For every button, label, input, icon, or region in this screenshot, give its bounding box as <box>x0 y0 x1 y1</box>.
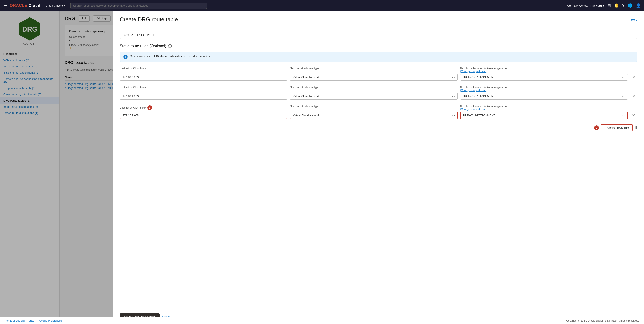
next-hop-attachment-header-3: Next hop attachment in iwanhoogendoorn (… <box>460 105 628 111</box>
destination-cidr-label-3: Destination CIDR block <box>120 106 146 109</box>
console-icon[interactable]: ⊞ <box>608 3 611 8</box>
nav-icons: ⊞ 🔔 ? 🌐 👤 <box>608 3 640 8</box>
modal-body: Static route rules (Optional) i i Maximu… <box>113 26 644 310</box>
chevron-down-icon: ▾ <box>603 4 604 7</box>
attachment-select-wrapper-3: HUB-VCN-ATTACHMENT SPOKE1-VCN-ATTACHMENT… <box>460 112 628 119</box>
attachment-select-3[interactable]: HUB-VCN-ATTACHMENT SPOKE1-VCN-ATTACHMENT… <box>460 112 628 119</box>
rule-3-inputs: Virtual Cloud Network IPSec Tunnel Virtu… <box>120 112 637 119</box>
remove-rule-1-button[interactable]: ✕ <box>630 75 637 80</box>
hamburger-menu-icon[interactable]: ☰ <box>4 3 7 8</box>
globe-icon[interactable]: 🌐 <box>628 3 632 8</box>
destination-cidr-input-3[interactable] <box>120 112 287 119</box>
remove-rule-3-button[interactable]: ✕ <box>630 113 637 118</box>
rule-1-inputs: Virtual Cloud Network IPSec Tunnel Virtu… <box>120 74 637 81</box>
modal-title: Create DRG route table <box>120 16 178 23</box>
static-routes-info-icon[interactable]: i <box>168 44 172 48</box>
attachment-select-2[interactable]: HUB-VCN-ATTACHMENT SPOKE1-VCN-ATTACHMENT… <box>460 93 628 100</box>
terms-link[interactable]: Terms of Use and Privacy <box>5 319 34 322</box>
next-hop-type-select-3[interactable]: Virtual Cloud Network IPSec Tunnel Virtu… <box>290 112 458 119</box>
help-link[interactable]: Help <box>631 18 637 21</box>
remove-rule-2-button[interactable]: ✕ <box>630 94 637 99</box>
next-hop-type-select-wrapper-1: Virtual Cloud Network IPSec Tunnel Virtu… <box>290 74 458 81</box>
destination-cidr-input-2[interactable] <box>120 93 287 100</box>
top-navigation: ☰ ORACLE Cloud Cloud Classic > Germany C… <box>0 0 644 11</box>
copyright-text: Copyright © 2024, Oracle and/or its affi… <box>566 319 639 322</box>
add-rule-actions-row: 2 + Another route rule ⠿ <box>120 124 637 131</box>
route-table-name-input[interactable] <box>120 31 637 39</box>
next-hop-type-label-1: Next hop attachment type <box>290 67 458 70</box>
help-icon[interactable]: ? <box>622 3 624 8</box>
change-compartment-link-2[interactable]: (Change compartment) <box>460 89 628 92</box>
next-hop-type-select-2[interactable]: Virtual Cloud Network IPSec Tunnel Virtu… <box>290 93 458 100</box>
create-drg-route-table-modal: Create DRG route table Help Static route… <box>113 11 644 324</box>
rule-2-inputs: Virtual Cloud Network IPSec Tunnel Virtu… <box>120 93 637 100</box>
destination-cidr-label-2: Destination CIDR block <box>120 86 287 89</box>
next-hop-attachment-header-1: Next hop attachment in iwanhoogendoorn (… <box>460 67 628 73</box>
route-rule-3: Destination CIDR block 1 Next hop attach… <box>120 105 637 119</box>
next-hop-type-label-2: Next hop attachment type <box>290 86 458 89</box>
route-rule-1: Destination CIDR block Next hop attachme… <box>120 67 637 81</box>
oracle-logo: ORACLE Cloud <box>10 3 40 8</box>
attachment-select-wrapper-1: HUB-VCN-ATTACHMENT SPOKE1-VCN-ATTACHMENT… <box>460 74 628 81</box>
info-banner-text: Maximum number of 15 static route rules … <box>130 54 212 58</box>
info-banner: i Maximum number of 15 static route rule… <box>120 52 637 62</box>
next-hop-type-select-1[interactable]: Virtual Cloud Network IPSec Tunnel Virtu… <box>290 74 458 81</box>
next-hop-attachment-header-2: Next hop attachment in iwanhoogendoorn (… <box>460 86 628 92</box>
destination-cidr-label-1: Destination CIDR block <box>120 67 287 70</box>
route-rule-2: Destination CIDR block Next hop attachme… <box>120 86 637 100</box>
destination-cidr-input-1[interactable] <box>120 74 287 81</box>
page-footer: Terms of Use and Privacy Cookie Preferen… <box>0 317 644 324</box>
rule-1-header-row: Destination CIDR block Next hop attachme… <box>120 67 637 73</box>
cloud-classic-button[interactable]: Cloud Classic > <box>43 3 68 8</box>
info-banner-icon: i <box>123 55 128 59</box>
nav-right: Germany Central (Frankfurt) ▾ ⊞ 🔔 ? 🌐 👤 <box>567 3 640 8</box>
modal-header: Create DRG route table Help <box>113 11 644 26</box>
user-icon[interactable]: 👤 <box>636 3 640 8</box>
next-hop-type-label-3: Next hop attachment type <box>290 105 458 108</box>
badge-1: 1 <box>147 105 152 110</box>
change-compartment-link-3[interactable]: (Change compartment) <box>460 108 628 111</box>
next-hop-type-select-wrapper-3: Virtual Cloud Network IPSec Tunnel Virtu… <box>290 112 458 119</box>
bell-icon[interactable]: 🔔 <box>614 3 619 8</box>
region-selector[interactable]: Germany Central (Frankfurt) ▾ <box>567 4 604 7</box>
next-hop-type-select-wrapper-2: Virtual Cloud Network IPSec Tunnel Virtu… <box>290 93 458 100</box>
rule-3-header-row: Destination CIDR block 1 Next hop attach… <box>120 105 637 111</box>
modal-overlay: Create DRG route table Help Static route… <box>0 11 644 324</box>
static-route-rules-header: Static route rules (Optional) i <box>120 44 637 48</box>
search-input[interactable] <box>70 2 207 9</box>
attachment-select-wrapper-2: HUB-VCN-ATTACHMENT SPOKE1-VCN-ATTACHMENT… <box>460 93 628 100</box>
static-route-rules-title: Static route rules (Optional) <box>120 44 166 48</box>
change-compartment-link-1[interactable]: (Change compartment) <box>460 70 628 73</box>
attachment-select-1[interactable]: HUB-VCN-ATTACHMENT SPOKE1-VCN-ATTACHMENT… <box>460 74 628 81</box>
add-route-rule-button[interactable]: + Another route rule <box>600 124 633 131</box>
grid-icon: ⠿ <box>634 125 637 130</box>
cookie-link[interactable]: Cookie Preferences <box>40 319 62 322</box>
rule-2-header-row: Destination CIDR block Next hop attachme… <box>120 86 637 92</box>
badge-2: 2 <box>594 125 599 130</box>
